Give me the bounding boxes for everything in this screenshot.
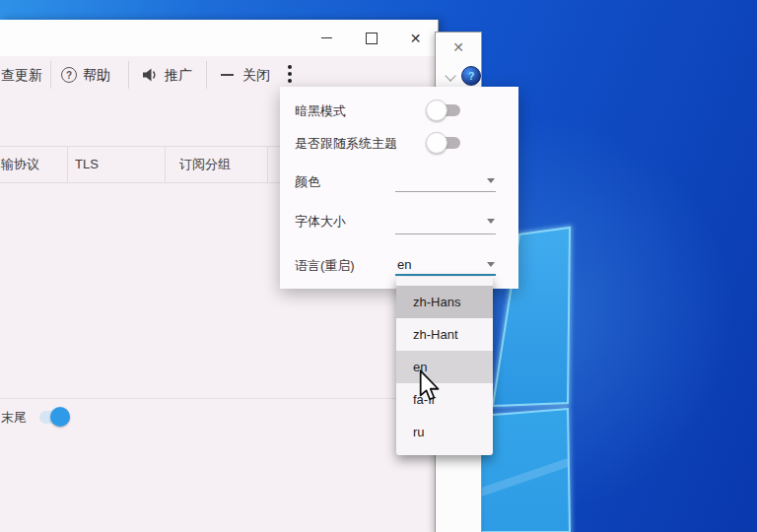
titlebar: ✕ (0, 20, 438, 56)
language-dropdown-list: zh-Hans zh-Hant en fa-Ir ru (396, 277, 493, 455)
font-size-dropdown[interactable] (395, 233, 496, 234)
language-option-en[interactable]: en (396, 351, 493, 383)
chevron-down-icon[interactable] (445, 70, 455, 81)
column-header-subscription[interactable]: 订阅分组 (179, 147, 231, 182)
language-dropdown-field[interactable] (395, 274, 496, 276)
mouse-cursor (418, 369, 442, 403)
toggle-thumb[interactable] (426, 132, 447, 154)
promote-button[interactable]: 推广 (165, 67, 192, 85)
language-option-fa-ir[interactable]: fa-Ir (396, 383, 493, 416)
separator (128, 61, 129, 89)
language-option-ru[interactable]: ru (396, 416, 493, 448)
dark-mode-label: 暗黑模式 (295, 102, 346, 120)
close-icon: ✕ (410, 32, 422, 45)
color-label: 颜色 (295, 173, 320, 191)
toggle-thumb[interactable] (50, 407, 70, 427)
column-header-tls[interactable]: TLS (75, 147, 99, 182)
minus-icon (221, 74, 234, 76)
help-button[interactable]: 帮助 (83, 67, 110, 85)
follow-system-label: 是否跟随系统主题 (295, 135, 397, 153)
scroll-to-end-label: 末尾 (1, 409, 27, 427)
speaker-icon (141, 67, 157, 83)
desktop: ✕ 查更新 ? 帮助 推广 关闭 输协议 TLS 订阅分组 (0, 0, 757, 532)
close-icon[interactable]: ✕ (436, 39, 481, 55)
close-button[interactable]: ✕ (393, 20, 438, 56)
close-app-button[interactable]: 关闭 (242, 67, 270, 85)
settings-panel: 暗黑模式 是否跟随系统主题 颜色 字体大小 语言(重启) en (280, 87, 518, 289)
maximize-icon (366, 33, 378, 44)
language-value[interactable]: en (397, 257, 411, 272)
minimize-icon (321, 37, 332, 39)
maximize-button[interactable] (349, 20, 393, 56)
column-separator (165, 147, 166, 182)
column-header-protocol[interactable]: 输协议 (1, 147, 39, 182)
language-option-zh-hant[interactable]: zh-Hant (396, 318, 493, 351)
help-circle-icon: ? (61, 67, 77, 83)
minimize-button[interactable] (305, 20, 349, 56)
chevron-down-icon[interactable] (487, 178, 495, 183)
color-dropdown[interactable] (395, 191, 496, 192)
more-menu-button[interactable] (288, 65, 292, 83)
check-update-button[interactable]: 查更新 (1, 67, 42, 85)
window-controls: ✕ (305, 20, 438, 56)
separator (206, 61, 207, 89)
language-option-zh-hans[interactable]: zh-Hans (396, 286, 493, 318)
column-separator (67, 147, 68, 182)
chevron-down-icon[interactable] (487, 262, 495, 267)
separator (50, 61, 51, 89)
divider (0, 398, 438, 399)
column-separator (267, 147, 268, 182)
help-badge-icon[interactable]: ? (461, 66, 481, 86)
toggle-thumb[interactable] (426, 100, 447, 121)
language-label: 语言(重启) (295, 257, 355, 275)
chevron-down-icon[interactable] (487, 219, 495, 224)
font-size-label: 字体大小 (295, 213, 346, 231)
